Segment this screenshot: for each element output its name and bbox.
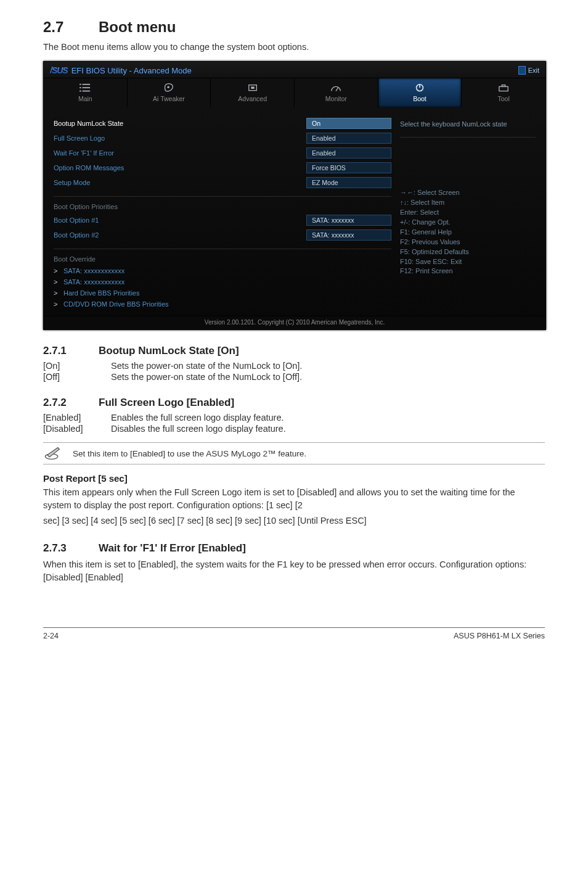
tab-label: Tool: [498, 95, 510, 102]
def-desc: Enables the full screen logo display fea…: [111, 413, 284, 423]
subsection-heading: 2.7.1Bootup NumLock State [On]: [43, 345, 545, 357]
def-desc: Disables the full screen logo display fe…: [111, 424, 286, 434]
key-hint: F12: Print Screen: [400, 266, 536, 276]
tab-monitor[interactable]: Monitor: [295, 78, 378, 107]
setting-value[interactable]: Enabled: [306, 147, 391, 159]
tab-ai-tweaker[interactable]: Ai Tweaker: [128, 78, 211, 107]
list-item-label: SATA: xxxxxxxxxxxx: [63, 278, 125, 286]
group-boot-option-priorities: Boot Option Priorities: [54, 203, 391, 210]
key-hint: Enter: Select: [400, 208, 536, 218]
power-icon: [414, 83, 425, 93]
page-number: 2-24: [43, 632, 59, 640]
subsection-title: Full Screen Logo [Enabled]: [99, 397, 234, 408]
note-box: Set this item to [Enabled] to use the AS…: [43, 442, 545, 464]
tab-label: Advanced: [238, 95, 267, 102]
tab-advanced[interactable]: Advanced: [211, 78, 295, 107]
setting-setup-mode[interactable]: Setup Mode EZ Mode: [54, 175, 391, 190]
svg-rect-5: [83, 91, 91, 92]
exit-button[interactable]: Exit: [518, 66, 539, 75]
svg-rect-0: [80, 84, 81, 85]
tab-tool[interactable]: Tool: [462, 78, 545, 107]
bios-footer: Version 2.00.1201. Copyright (C) 2010 Am…: [44, 316, 545, 329]
chevron-right-icon: >: [54, 267, 61, 274]
chevron-right-icon: >: [54, 300, 61, 308]
svg-rect-4: [80, 91, 81, 92]
key-hint: ↑↓: Select Item: [400, 198, 536, 208]
key-hint: +/-: Change Opt.: [400, 218, 536, 228]
key-hint: F10: Save ESC: Exit: [400, 257, 536, 267]
override-cd-dvd-bbs[interactable]: >CD/DVD ROM Drive BBS Priorities: [54, 299, 391, 310]
setting-label: Boot Option #2: [54, 231, 99, 239]
list-item-label: Hard Drive BBS Priorities: [63, 289, 139, 297]
svg-rect-8: [251, 86, 254, 89]
brand-logo: /SUS: [50, 65, 68, 75]
product-name: ASUS P8H61-M LX Series: [454, 632, 545, 640]
setting-label: Option ROM Messages: [54, 164, 124, 171]
setting-value[interactable]: EZ Mode: [306, 177, 391, 188]
setting-label: Setup Mode: [54, 179, 90, 186]
section-title: Boot menu: [99, 19, 176, 35]
section-heading: 2.7Boot menu: [43, 19, 545, 36]
svg-rect-2: [80, 87, 81, 88]
tab-label: Ai Tweaker: [153, 95, 185, 102]
setting-value[interactable]: On: [306, 118, 391, 129]
svg-point-6: [167, 86, 169, 88]
post-report-p1: This item appears only when the Full Scr…: [43, 486, 545, 512]
setting-wait-f1-error[interactable]: Wait For 'F1' If Error Enabled: [54, 146, 391, 160]
list-item-label: CD/DVD ROM Drive BBS Priorities: [63, 300, 169, 308]
chevron-right-icon: >: [54, 289, 61, 297]
toolbox-icon: [498, 83, 509, 93]
list-icon: [80, 83, 91, 93]
def-term: [Off]: [43, 372, 111, 382]
setting-full-screen-logo[interactable]: Full Screen Logo Enabled: [54, 131, 391, 146]
setting-boot-option-1[interactable]: Boot Option #1 SATA: xxxxxxx: [54, 213, 391, 228]
override-hard-drive-bbs[interactable]: >Hard Drive BBS Priorities: [54, 287, 391, 299]
setting-label: Bootup NumLock State: [54, 120, 123, 127]
subsection-number: 2.7.3: [43, 542, 99, 555]
key-hint: →←: Select Screen: [400, 188, 536, 198]
def-term: [Enabled]: [43, 413, 111, 423]
setting-bootup-numlock-state[interactable]: Bootup NumLock State On: [54, 116, 391, 131]
exit-label: Exit: [528, 67, 539, 74]
key-hint: F2: Previous Values: [400, 237, 536, 247]
setting-option-rom-messages[interactable]: Option ROM Messages Force BIOS: [54, 160, 391, 175]
section-lead: The Boot menu items allow you to change …: [43, 42, 545, 52]
def-desc: Sets the power-on state of the NumLock t…: [111, 372, 302, 382]
tab-label: Monitor: [325, 95, 347, 102]
svg-rect-13: [502, 85, 505, 87]
post-report-heading: Post Report [5 sec]: [43, 473, 545, 484]
setting-value[interactable]: SATA: xxxxxxx: [306, 229, 391, 241]
chip-icon: [247, 83, 258, 93]
help-text: Select the keyboard NumLock state: [400, 120, 536, 130]
setting-value[interactable]: Force BIOS: [306, 162, 391, 173]
chevron-right-icon: >: [54, 278, 61, 286]
setting-value[interactable]: SATA: xxxxxxx: [306, 215, 391, 226]
subsection-heading: 2.7.3Wait for 'F1' If Error [Enabled]: [43, 542, 545, 555]
svg-line-9: [336, 88, 338, 91]
section-number: 2.7: [43, 19, 99, 36]
post-report-p2: sec] [3 sec] [4 sec] [5 sec] [6 sec] [7 …: [43, 514, 545, 527]
subsection-heading: 2.7.2Full Screen Logo [Enabled]: [43, 397, 545, 409]
svg-rect-12: [499, 86, 508, 91]
key-hint: F1: General Help: [400, 228, 536, 237]
svg-rect-3: [83, 87, 91, 88]
tab-boot[interactable]: Boot: [378, 78, 462, 107]
setting-label: Wait For 'F1' If Error: [54, 149, 114, 157]
exit-icon: [518, 66, 526, 75]
subsection-body: When this item is set to [Enabled], the …: [43, 558, 545, 584]
override-sata-1[interactable]: >SATA: xxxxxxxxxxxx: [54, 265, 391, 276]
pen-icon: [43, 445, 64, 461]
def-term: [On]: [43, 361, 111, 371]
setting-label: Full Screen Logo: [54, 134, 105, 142]
override-sata-2[interactable]: >SATA: xxxxxxxxxxxx: [54, 276, 391, 287]
subsection-number: 2.7.1: [43, 345, 99, 357]
subsection-number: 2.7.2: [43, 397, 99, 409]
setting-boot-option-2[interactable]: Boot Option #2 SATA: xxxxxxx: [54, 228, 391, 242]
def-term: [Disabled]: [43, 424, 111, 434]
setting-value[interactable]: Enabled: [306, 133, 391, 144]
bios-title: EFI BIOS Utility - Advanced Mode: [71, 66, 192, 75]
bios-window: /SUS EFI BIOS Utility - Advanced Mode Ex…: [43, 61, 546, 330]
tab-main[interactable]: Main: [44, 78, 128, 107]
group-boot-override: Boot Override: [54, 255, 391, 263]
setting-label: Boot Option #1: [54, 217, 99, 224]
